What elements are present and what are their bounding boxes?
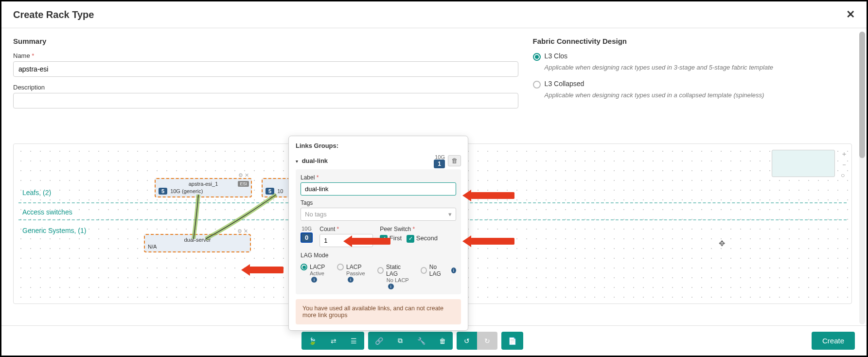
gear-icon[interactable]: ⚙ — [238, 172, 243, 178]
close-icon[interactable]: ✕ — [245, 172, 249, 178]
leaf-icon-button[interactable]: 🍃 — [301, 332, 323, 350]
row-label-access: Access switches — [22, 208, 72, 216]
fabric-desc-clos: Applicable when designing rack types use… — [545, 64, 855, 71]
generic-server-node[interactable]: ⚙✕ dual-server N/A — [144, 234, 251, 252]
copy-icon-button[interactable]: ⧉ — [390, 332, 410, 350]
minimap[interactable] — [772, 150, 835, 177]
warning-message: You have used all available links, and c… — [296, 299, 461, 324]
lag-lacp-passive[interactable]: LACP Passivei — [337, 264, 369, 289]
radio-checked-icon — [533, 53, 541, 61]
create-button[interactable]: Create — [812, 332, 855, 350]
port-count-badge: 5 — [159, 188, 167, 195]
close-icon[interactable]: ✕ — [244, 228, 248, 234]
links-groups-popup: Links Groups: ▾ dual-link 10G 1 🗑 Label … — [288, 136, 468, 331]
row-label-leafs: Leafs, (2) — [22, 189, 51, 196]
group-count-badge: 1 — [434, 160, 445, 168]
lag-static[interactable]: Static LAG No LACPi — [377, 264, 412, 289]
port-number-badge: 0 — [301, 232, 313, 243]
name-label: Name * — [13, 52, 518, 59]
chevron-down-icon: ▾ — [448, 211, 452, 218]
info-icon: i — [311, 277, 317, 283]
move-icon[interactable]: ✥ — [719, 239, 725, 248]
esi-badge: ESI — [238, 181, 249, 187]
lag-lacp-active[interactable]: LACP Activei — [301, 264, 328, 289]
zoom-out-icon[interactable]: － — [841, 161, 848, 169]
zoom-reset-icon[interactable]: ○ — [841, 171, 848, 179]
gear-icon[interactable]: ⚙ — [237, 228, 242, 234]
trash-icon-button[interactable]: 🗑 — [432, 332, 453, 350]
group-name: dual-link — [302, 157, 328, 164]
leaf-node-1[interactable]: ⚙✕ ESI apstra-esi_1 5 10G (generic) — [155, 178, 252, 197]
fabric-desc-collapsed: Applicable when designing rack types use… — [545, 91, 855, 99]
popup-title: Links Groups: — [296, 142, 461, 149]
label-input[interactable] — [301, 182, 456, 196]
undo-button[interactable]: ↺ — [457, 332, 477, 350]
server-icon-button[interactable]: ☰ — [344, 332, 364, 350]
fabric-option-l3-clos[interactable]: L3 Clos — [533, 52, 855, 61]
name-input[interactable] — [13, 61, 518, 77]
document-icon-button[interactable]: 📄 — [501, 332, 523, 350]
port-count-badge: 5 — [266, 188, 274, 195]
fabric-title: Fabric Connectivity Design — [533, 37, 855, 45]
wrench-icon-button[interactable]: 🔧 — [410, 332, 432, 350]
swap-icon-button[interactable]: ⇄ — [323, 332, 344, 350]
summary-title: Summary — [13, 37, 518, 45]
create-rack-type-modal: Create Rack Type ✕ Summary Name * Descri… — [0, 0, 868, 357]
fabric-option-l3-collapsed[interactable]: L3 Collapsed — [533, 80, 855, 89]
zoom-in-icon[interactable]: ＋ — [841, 150, 848, 159]
description-input[interactable] — [13, 93, 518, 108]
scrollbar[interactable] — [859, 32, 865, 324]
description-label: Description — [13, 84, 518, 91]
info-icon: i — [348, 277, 354, 283]
redo-button: ↻ — [477, 332, 497, 350]
close-icon[interactable]: ✕ — [846, 8, 855, 21]
lag-none[interactable]: No LAGi — [421, 264, 456, 289]
radio-unchecked-icon — [533, 81, 541, 89]
row-label-generic: Generic Systems, (1) — [22, 227, 86, 234]
delete-group-button[interactable]: 🗑 — [448, 155, 461, 166]
peer-second-checkbox[interactable]: ✓ Second — [407, 234, 438, 243]
info-icon: i — [388, 284, 394, 289]
tags-select[interactable]: No tags ▾ — [301, 208, 456, 221]
modal-title: Create Rack Type — [13, 9, 94, 20]
modal-header: Create Rack Type ✕ — [1, 1, 867, 28]
info-icon: i — [451, 268, 456, 273]
chevron-down-icon[interactable]: ▾ — [296, 159, 298, 164]
canvas-toolbar: 🍃 ⇄ ☰ 🔗 ⧉ 🔧 🗑 ↺ ↻ 📄 — [301, 332, 523, 350]
link-icon-button[interactable]: 🔗 — [368, 332, 390, 350]
